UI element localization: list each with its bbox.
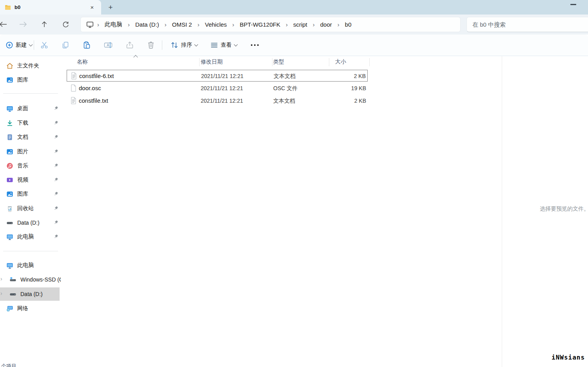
breadcrumb-door[interactable]: door — [317, 20, 336, 29]
sidebar-item-gallery[interactable]: 图库 — [0, 73, 61, 87]
sort-button[interactable]: 排序 — [167, 38, 201, 53]
breadcrumb-separator: › — [284, 21, 290, 28]
breadcrumb-this-pc[interactable]: 此电脑 — [101, 19, 126, 30]
pictures-icon — [6, 148, 13, 155]
file-row-constfile[interactable]: constfile.txt 2021/11/21 12:21 文本文档 2 KB — [67, 95, 368, 107]
this-pc-icon — [6, 233, 13, 240]
tab-b0[interactable]: b0 × — [0, 0, 101, 15]
sidebar: 主文件夹 图库 桌面 下载 文档 — [0, 56, 61, 367]
navigation-bar: › 此电脑 › Data (D:) › OMSI 2 › Vehicles › … — [0, 15, 588, 35]
preview-pane-divider[interactable] — [502, 56, 502, 367]
share-button[interactable] — [122, 37, 138, 53]
rename-button[interactable] — [100, 37, 116, 53]
file-name: door.osc — [79, 85, 101, 91]
column-header-size[interactable]: 大小 — [335, 58, 346, 65]
sidebar-item-label: 图库 — [17, 191, 28, 198]
pin-icon — [54, 191, 58, 196]
breadcrumb-script[interactable]: script — [290, 20, 311, 29]
watermark-text: iNWsians — [552, 354, 585, 361]
chevron-right-icon[interactable]: › — [0, 290, 2, 296]
back-button[interactable] — [0, 17, 10, 31]
drive-icon — [6, 219, 13, 226]
sidebar-item-pictures[interactable]: 图片 — [0, 145, 61, 158]
sidebar-item-data-drive[interactable]: Data (D:) — [0, 216, 61, 229]
file-date: 2021/11/21 12:21 — [201, 98, 243, 104]
more-options-button[interactable] — [247, 37, 263, 53]
sidebar-item-desktop[interactable]: 桌面 — [0, 102, 61, 115]
sidebar-item-label: 音乐 — [17, 162, 28, 169]
delete-button[interactable] — [143, 37, 159, 53]
sidebar-divider — [3, 93, 58, 94]
breadcrumb-bpt-wg120fk[interactable]: BPT-WG120FK — [236, 20, 284, 29]
gallery-icon — [6, 191, 13, 198]
copy-button[interactable] — [58, 37, 73, 53]
file-type: OSC 文件 — [273, 85, 298, 92]
column-divider[interactable] — [272, 58, 272, 66]
chevron-right-icon[interactable]: › — [0, 276, 2, 282]
pin-icon — [54, 163, 58, 168]
paste-button[interactable] — [79, 37, 94, 53]
refresh-button[interactable] — [58, 17, 73, 31]
sidebar-item-home[interactable]: 主文件夹 — [0, 59, 61, 73]
music-icon — [6, 162, 13, 169]
breadcrumb-separator: › — [336, 21, 341, 28]
sort-arrows-icon — [171, 42, 178, 49]
sidebar-item-gallery-pinned[interactable]: 图库 — [0, 187, 61, 201]
tab-close-icon[interactable]: × — [87, 2, 97, 13]
titlebar: b0 × + — [0, 0, 588, 15]
cut-button[interactable] — [36, 37, 52, 53]
plus-circle-icon — [6, 42, 13, 49]
breadcrumb-b0[interactable]: b0 — [341, 20, 355, 29]
text-file-icon — [71, 72, 77, 80]
column-header-name[interactable]: 名称 — [77, 58, 88, 65]
toolbar-divider — [34, 40, 34, 50]
toolbar-divider — [162, 40, 162, 50]
column-divider[interactable] — [369, 58, 370, 66]
breadcrumb-separator: › — [311, 21, 317, 28]
tree-item-label: Data (D:) — [20, 291, 43, 297]
desktop-icon — [6, 105, 13, 112]
column-divider[interactable] — [199, 58, 200, 66]
sidebar-item-music[interactable]: 音乐 — [0, 159, 61, 173]
breadcrumb-vehicles[interactable]: Vehicles — [201, 20, 230, 29]
pin-icon — [54, 106, 58, 111]
pin-icon — [54, 220, 58, 225]
breadcrumb-omsi2[interactable]: OMSI 2 — [169, 20, 196, 29]
text-file-icon — [71, 97, 76, 104]
command-bar: 新建 排序 查看 — [0, 35, 588, 56]
breadcrumb-separator: › — [126, 21, 132, 28]
pin-icon — [54, 234, 58, 239]
breadcrumb: › 此电脑 › Data (D:) › OMSI 2 › Vehicles › … — [80, 17, 461, 32]
tree-item-data-drive[interactable]: › Data (D:) — [0, 287, 60, 301]
sidebar-item-label: 此电脑 — [17, 233, 34, 240]
sidebar-item-videos[interactable]: 视频 — [0, 173, 61, 187]
column-divider[interactable] — [329, 58, 329, 66]
sidebar-item-documents[interactable]: 文档 — [0, 131, 61, 144]
sidebar-item-downloads[interactable]: 下载 — [0, 116, 61, 130]
up-button[interactable] — [37, 17, 51, 31]
breadcrumb-separator: › — [163, 21, 169, 28]
new-button[interactable]: 新建 — [2, 38, 36, 53]
breadcrumb-data-d[interactable]: Data (D:) — [132, 20, 163, 29]
gallery-icon — [6, 76, 13, 84]
tab-title: b0 — [15, 4, 87, 10]
file-row-door-osc[interactable]: door.osc 2021/11/21 12:21 OSC 文件 19 KB — [67, 82, 368, 94]
tree-item-this-pc[interactable]: 此电脑 — [0, 259, 61, 272]
new-tab-button[interactable]: + — [105, 2, 116, 13]
tree-item-windows-ssd[interactable]: › Windows-SSD (C:) — [0, 273, 61, 286]
column-header-date[interactable]: 修改日期 — [201, 58, 223, 65]
column-header-type[interactable]: 类型 — [273, 58, 284, 65]
tree-item-network[interactable]: 网络 — [0, 302, 61, 315]
sidebar-item-recycle-bin[interactable]: 回收站 — [0, 202, 61, 215]
minimize-icon[interactable] — [570, 4, 576, 5]
search-input[interactable] — [466, 17, 588, 32]
folder-icon — [5, 5, 11, 10]
file-row-constfile-6[interactable]: constfile-6.txt 2021/11/21 12:21 文本文档 2 … — [67, 70, 368, 82]
forward-button[interactable] — [16, 17, 30, 31]
file-size: 2 KB — [354, 98, 366, 104]
sidebar-item-this-pc[interactable]: 此电脑 — [0, 230, 61, 243]
file-size: 19 KB — [351, 85, 366, 91]
view-button[interactable]: 查看 — [207, 38, 241, 53]
system-drive-icon — [9, 276, 16, 283]
file-name: constfile-6.txt — [79, 73, 114, 79]
